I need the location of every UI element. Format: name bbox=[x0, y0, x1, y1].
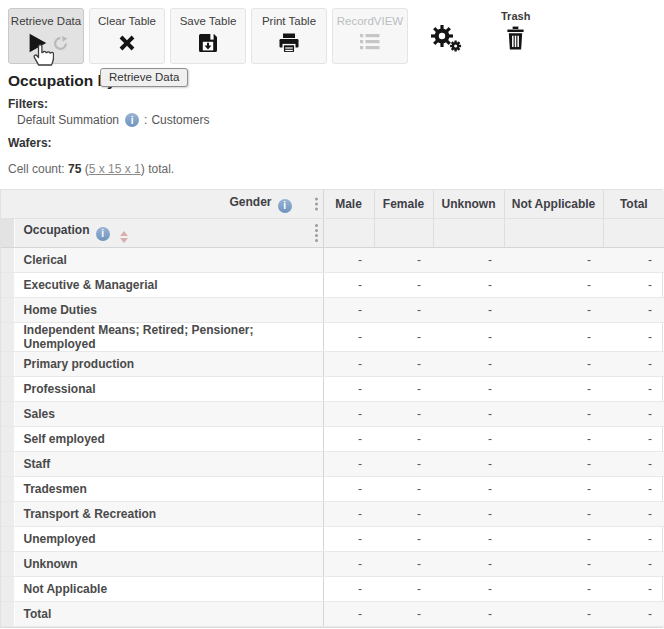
drag-handle-icon[interactable] bbox=[315, 197, 318, 212]
table-cell: - bbox=[433, 452, 504, 477]
row-gutter-cell bbox=[1, 402, 14, 427]
save-floppy-icon bbox=[196, 31, 220, 55]
column-header[interactable]: Not Applicable bbox=[504, 190, 603, 219]
row-header-cell[interactable]: Primary production bbox=[14, 352, 323, 377]
column-header[interactable]: Female bbox=[374, 190, 433, 219]
table-row: Unemployed----- bbox=[1, 527, 664, 552]
table-cell: - bbox=[433, 602, 504, 627]
table-cell: - bbox=[504, 477, 603, 502]
clear-table-button[interactable]: Clear Table bbox=[89, 8, 165, 64]
table-row: Staff----- bbox=[1, 452, 664, 477]
table-row: Independent Means; Retired; Pensioner; U… bbox=[1, 323, 664, 352]
table-cell: - bbox=[374, 502, 433, 527]
table-cell: - bbox=[323, 427, 374, 452]
row-header-cell[interactable]: Total bbox=[14, 602, 323, 627]
row-header-cell[interactable]: Professional bbox=[14, 377, 323, 402]
table-cell: - bbox=[603, 552, 664, 577]
row-header-cell[interactable]: Unemployed bbox=[14, 527, 323, 552]
table-cell: - bbox=[433, 427, 504, 452]
column-axis-label: Gender bbox=[230, 195, 272, 209]
table-cell: - bbox=[504, 427, 603, 452]
table-cell: - bbox=[603, 477, 664, 502]
row-header-cell[interactable]: Transport & Recreation bbox=[14, 502, 323, 527]
info-icon[interactable]: i bbox=[278, 199, 292, 213]
table-cell: - bbox=[504, 402, 603, 427]
table-cell: - bbox=[374, 577, 433, 602]
column-header-spacer bbox=[433, 219, 504, 248]
trash-icon bbox=[505, 26, 526, 51]
settings-button[interactable] bbox=[427, 22, 469, 60]
column-axis-header[interactable]: Genderi bbox=[1, 190, 323, 219]
info-icon[interactable]: i bbox=[125, 113, 139, 127]
table-cell: - bbox=[603, 577, 664, 602]
row-header-cell[interactable]: Independent Means; Retired; Pensioner; U… bbox=[14, 323, 323, 352]
row-header-cell[interactable]: Sales bbox=[14, 402, 323, 427]
record-list-icon bbox=[358, 31, 382, 53]
wafers-heading: Wafers: bbox=[8, 136, 664, 150]
row-header-cell[interactable]: Clerical bbox=[14, 248, 323, 273]
table-cell: - bbox=[504, 323, 603, 352]
column-header[interactable]: Unknown bbox=[433, 190, 504, 219]
row-header-cell[interactable]: Staff bbox=[14, 452, 323, 477]
row-header-cell[interactable]: Not Applicable bbox=[14, 577, 323, 602]
table-cell: - bbox=[504, 273, 603, 298]
tooltip: Retrieve Data bbox=[100, 68, 188, 87]
column-header-spacer bbox=[504, 219, 603, 248]
table-row: Self employed----- bbox=[1, 427, 664, 452]
table-cell: - bbox=[433, 402, 504, 427]
table-cell: - bbox=[323, 352, 374, 377]
row-header-cell[interactable]: Home Duties bbox=[14, 298, 323, 323]
table-cell: - bbox=[504, 602, 603, 627]
table-cell: - bbox=[433, 552, 504, 577]
info-icon[interactable]: i bbox=[96, 227, 110, 241]
row-gutter-cell bbox=[1, 477, 14, 502]
tooltip-text: Retrieve Data bbox=[109, 71, 179, 83]
row-header-cell[interactable]: Executive & Managerial bbox=[14, 273, 323, 298]
table-cell: - bbox=[433, 323, 504, 352]
table-cell: - bbox=[504, 577, 603, 602]
gears-icon bbox=[427, 22, 469, 56]
table-row: Primary production----- bbox=[1, 352, 664, 377]
sort-arrows-icon[interactable] bbox=[120, 231, 128, 243]
table-cell: - bbox=[433, 248, 504, 273]
row-gutter-cell bbox=[1, 527, 14, 552]
table-cell: - bbox=[374, 402, 433, 427]
crosstab-table-wrap: GenderiMaleFemaleUnknownNot ApplicableTo… bbox=[0, 189, 663, 628]
row-header-cell[interactable]: Tradesmen bbox=[14, 477, 323, 502]
table-row: Sales----- bbox=[1, 402, 664, 427]
row-axis-header[interactable]: Occupationi bbox=[14, 219, 323, 248]
table-cell: - bbox=[603, 248, 664, 273]
table-cell: - bbox=[603, 427, 664, 452]
table-cell: - bbox=[603, 377, 664, 402]
table-cell: - bbox=[504, 502, 603, 527]
row-gutter-cell bbox=[1, 377, 14, 402]
table-cell: - bbox=[323, 273, 374, 298]
row-axis-label: Occupation bbox=[24, 223, 90, 237]
save-table-button[interactable]: Save Table bbox=[170, 8, 246, 64]
table-cell: - bbox=[504, 452, 603, 477]
table-cell: - bbox=[323, 452, 374, 477]
table-cell: - bbox=[323, 298, 374, 323]
table-row: Clerical----- bbox=[1, 248, 664, 273]
table-cell: - bbox=[374, 602, 433, 627]
table-cell: - bbox=[603, 527, 664, 552]
dimensions-link[interactable]: 5 x 15 x 1 bbox=[89, 162, 141, 176]
table-cell: - bbox=[603, 352, 664, 377]
drag-handle-icon[interactable] bbox=[315, 223, 318, 243]
print-table-button[interactable]: Print Table bbox=[251, 8, 327, 64]
toolbar: Retrieve Data Clear Table Save Table bbox=[0, 0, 664, 64]
column-header[interactable]: Total bbox=[603, 190, 664, 219]
table-cell: - bbox=[323, 402, 374, 427]
recordview-label: RecordVIEW bbox=[337, 15, 403, 27]
table-cell: - bbox=[323, 477, 374, 502]
row-header-cell[interactable]: Self employed bbox=[14, 427, 323, 452]
table-cell: - bbox=[323, 577, 374, 602]
trash-dropzone[interactable]: Trash bbox=[501, 10, 530, 51]
table-cell: - bbox=[603, 298, 664, 323]
table-cell: - bbox=[433, 377, 504, 402]
column-header[interactable]: Male bbox=[323, 190, 374, 219]
table-cell: - bbox=[374, 427, 433, 452]
row-header-cell[interactable]: Unknown bbox=[14, 552, 323, 577]
table-row: Home Duties----- bbox=[1, 298, 664, 323]
row-gutter-cell bbox=[1, 502, 14, 527]
